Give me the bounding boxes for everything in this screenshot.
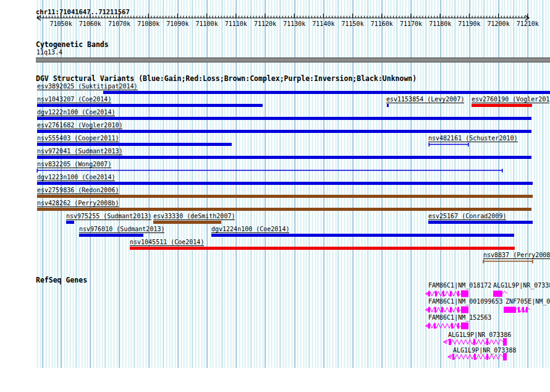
gene-exon-terminal[interactable] <box>461 291 468 297</box>
variant-segment-end-tick <box>468 143 469 147</box>
ruler-tick-label: 71110k <box>224 20 248 27</box>
variant-segment-end-tick <box>429 143 430 147</box>
gene-exon[interactable] <box>450 291 452 297</box>
variant-bar[interactable] <box>211 234 514 237</box>
gene-label[interactable]: FAM86C1|NM_152563 <box>428 314 491 321</box>
variant-segment-end-tick <box>532 260 533 263</box>
dgv-track-title: DGV Structural Variants (Blue:Gain;Red:L… <box>36 75 417 82</box>
variant-label[interactable]: nsv832205 (Wong2007) <box>37 161 111 168</box>
gene-exon-terminal[interactable] <box>503 353 507 360</box>
gene-label[interactable]: FAM86C1|NM_001099653 <box>428 298 502 305</box>
variant-label[interactable]: nsv972041 (Sudmant2013) <box>37 148 122 155</box>
gene-exon[interactable] <box>434 323 436 329</box>
gene-exon[interactable] <box>518 307 520 313</box>
ruler-tick-label: 71080k <box>136 20 161 27</box>
ruler-tick-label: 71060k <box>78 20 103 27</box>
gene-exon[interactable] <box>457 323 459 329</box>
gene-exon-terminal[interactable] <box>493 291 502 297</box>
gene-exon[interactable] <box>428 307 430 313</box>
refseq-track-title: RefSeq Genes <box>36 276 87 284</box>
variant-bar[interactable] <box>387 104 389 107</box>
variant-label[interactable]: esv1153854 (Levy2007) <box>386 96 464 103</box>
gene-exon[interactable] <box>449 339 451 345</box>
variant-bar[interactable] <box>153 221 221 224</box>
variant-bar[interactable] <box>37 143 232 146</box>
gene-exon[interactable] <box>486 339 488 345</box>
ruler-tick-label: 71120k <box>253 20 277 27</box>
ruler-tick-label: 71050k <box>49 20 74 27</box>
variant-label[interactable]: esv3892025 (Suktitipat2014) <box>37 83 138 90</box>
variant-bar[interactable] <box>37 117 531 120</box>
variant-bar[interactable] <box>472 104 532 107</box>
variant-bar[interactable] <box>66 221 74 224</box>
variant-label[interactable]: nsv482161 (Schuster2010) <box>428 135 518 142</box>
cytobands-track-title: Cytogenetic Bands <box>36 41 109 48</box>
gene-label[interactable]: ALG1L9P|NR_073388 <box>453 347 516 354</box>
variant-bar[interactable] <box>37 156 531 159</box>
variant-segment-end-tick <box>502 169 503 173</box>
gene-exon-terminal[interactable] <box>461 307 468 313</box>
variant-label[interactable]: nsv975255 (Sudmant2013) <box>66 213 151 220</box>
gene-exon[interactable] <box>428 291 430 297</box>
variant-label[interactable]: nsv976010 (Sudmant2013) <box>79 226 164 233</box>
variant-label[interactable]: esv2760190 (Vogler201 <box>472 96 549 103</box>
gene-exon[interactable] <box>473 339 475 345</box>
variant-bar[interactable] <box>130 247 515 250</box>
cytoband-bar <box>36 58 550 62</box>
ruler-tick-label: 71170k <box>399 20 423 27</box>
variant-bar[interactable] <box>37 195 533 198</box>
variant-bar[interactable] <box>37 208 531 211</box>
ruler-tick-label: 71130k <box>282 20 307 27</box>
ruler-tick-label: 71070k <box>107 20 132 27</box>
variant-label[interactable]: esv2761682 (Vogler2010) <box>37 122 122 129</box>
gene-intron-line <box>428 323 461 328</box>
gene-label[interactable]: FAM86C1|NM_018172 <box>428 282 491 289</box>
gene-exon[interactable] <box>522 307 524 313</box>
ruler-tick-label: 71100k <box>195 20 219 27</box>
variant-label[interactable]: dgv1223n100 (Coe2014) <box>37 174 115 181</box>
variant-bar[interactable] <box>37 182 533 185</box>
gene-label[interactable]: ZNF705E|NM_0 <box>506 298 550 305</box>
gene-exon[interactable] <box>442 291 444 297</box>
gene-exon-terminal[interactable] <box>504 307 516 313</box>
gene-exon[interactable] <box>474 354 476 360</box>
variant-bar[interactable] <box>37 104 263 107</box>
variant-label[interactable]: esv25167 (Conrad2009) <box>428 213 506 220</box>
gene-exon[interactable] <box>435 291 437 297</box>
variant-label[interactable]: nsv8837 (Perry2008 <box>483 252 550 259</box>
gene-exon[interactable] <box>434 307 436 313</box>
ruler-tick-label: 71140k <box>311 20 336 27</box>
gene-exon[interactable] <box>452 354 454 360</box>
gene-exon-terminal[interactable] <box>461 323 468 330</box>
variant-segment-end-tick <box>483 260 484 263</box>
variant-bar[interactable] <box>79 234 143 237</box>
gene-exon[interactable] <box>457 307 459 313</box>
gene-intron-line <box>502 291 507 294</box>
ruler-tick-label: 71200k <box>486 20 511 27</box>
variant-label[interactable]: dgv1222n100 (Coe2014) <box>37 109 115 116</box>
ruler-tick-label: 71160k <box>370 20 394 27</box>
ruler-tick-label: 71210k <box>515 20 540 27</box>
variant-label[interactable]: esv2759836 (Redon2006) <box>37 187 119 194</box>
gene-label[interactable]: ALG1L9P|NR_07338 <box>493 282 550 289</box>
gene-exon[interactable] <box>441 307 443 313</box>
variant-label[interactable]: nsv1043207 (Coe2014) <box>37 96 111 103</box>
variant-label[interactable]: nsv555403 (Cooper2011) <box>37 135 119 142</box>
gene-exon[interactable] <box>486 354 488 360</box>
variant-bar[interactable] <box>37 130 531 133</box>
gene-exon-terminal[interactable] <box>503 338 507 346</box>
variant-label[interactable]: esv33330 (deSmith2007) <box>153 213 235 220</box>
ruler-tick-label: 71150k <box>341 20 365 27</box>
variant-bar[interactable] <box>428 221 533 224</box>
variant-label[interactable]: dgv1224n100 (Coe2014) <box>211 226 289 233</box>
variant-label[interactable]: nsv428262 (Perry2008b) <box>37 200 119 207</box>
genome-browser-view: chr11:71041647..71211567 Cytogenetic Ban… <box>0 0 550 392</box>
variant-label[interactable]: nsv1045511 (Coe2014) <box>130 239 204 246</box>
gene-exon[interactable] <box>526 307 528 313</box>
variant-bar[interactable] <box>103 91 550 94</box>
gene-exon[interactable] <box>457 291 459 297</box>
gene-exon[interactable] <box>450 307 452 313</box>
gene-label[interactable]: ALG1L9P|NR_073386 <box>448 331 511 338</box>
gene-exon[interactable] <box>428 323 430 329</box>
gene-exon[interactable] <box>451 323 453 329</box>
